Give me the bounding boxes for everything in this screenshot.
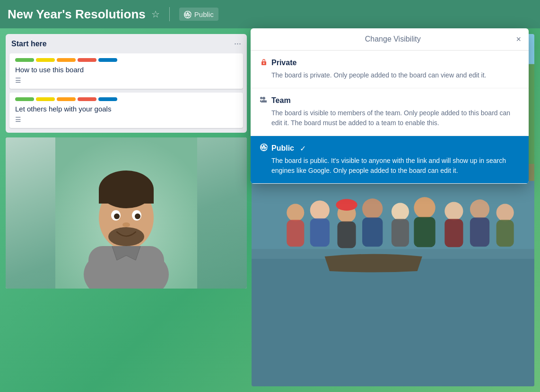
card-title-2: Let others help with your goals (15, 105, 237, 113)
public-option-desc: The board is public. It's visible to any… (260, 156, 519, 176)
label-yellow-2 (36, 97, 55, 101)
board-area: Start here ··· How to use this board ☰ (0, 28, 540, 392)
modal-body: Private The board is private. Only peopl… (251, 51, 529, 184)
private-option[interactable]: Private The board is private. Only peopl… (251, 51, 529, 88)
team-icon (260, 96, 268, 105)
lock-icon (260, 58, 268, 68)
svg-point-47 (287, 204, 304, 222)
svg-rect-65 (496, 220, 514, 247)
svg-point-54 (362, 198, 383, 219)
svg-point-60 (444, 202, 463, 220)
label-orange (57, 58, 76, 62)
label-orange-2 (57, 97, 76, 101)
svg-point-64 (496, 204, 514, 222)
label-yellow (36, 58, 55, 62)
team-option[interactable]: Team The board is visible to members of … (251, 88, 529, 136)
person-svg (55, 137, 197, 289)
svg-rect-6 (99, 189, 154, 204)
private-option-header: Private (260, 58, 519, 68)
label-blue (98, 58, 117, 62)
team-option-title: Team (271, 96, 291, 105)
svg-point-49 (310, 200, 330, 220)
svg-rect-55 (362, 217, 383, 247)
card-title: How to use this board (15, 66, 237, 74)
svg-rect-61 (444, 219, 463, 247)
svg-point-11 (122, 222, 130, 227)
start-here-list: Start here ··· How to use this board ☰ (6, 34, 247, 133)
label-blue-2 (98, 97, 117, 101)
card-description-icon: ☰ (15, 77, 237, 84)
svg-rect-50 (310, 219, 330, 247)
svg-rect-57 (392, 219, 409, 247)
svg-rect-63 (470, 217, 489, 247)
svg-rect-59 (414, 217, 435, 247)
svg-rect-48 (287, 220, 304, 247)
svg-point-10 (135, 213, 140, 219)
list-title: Start here (11, 40, 47, 48)
app-header: New Year's Resolutions ☆ Public (0, 0, 540, 28)
globe-icon-modal (260, 144, 268, 153)
team-option-desc: The board is visible to members of the t… (260, 108, 519, 128)
list-menu-icon[interactable]: ··· (234, 39, 241, 49)
modal-close-button[interactable]: × (516, 35, 521, 43)
public-label: Public (194, 10, 214, 18)
card-description-icon-2: ☰ (15, 116, 237, 123)
modal-header: Change Visibility × (251, 28, 529, 51)
label-green (15, 58, 34, 62)
svg-point-62 (470, 199, 489, 219)
public-option[interactable]: Public ✓ The board is public. It's visib… (251, 136, 529, 184)
svg-point-9 (114, 213, 120, 219)
left-column: Start here ··· How to use this board ☰ (6, 34, 247, 386)
board-title: New Year's Resolutions (8, 7, 146, 22)
card-labels-2 (15, 97, 237, 101)
modal-title: Change Visibility (270, 35, 516, 43)
svg-point-12 (108, 227, 144, 246)
list-header: Start here ··· (9, 39, 243, 49)
label-green-2 (15, 97, 34, 101)
private-option-title: Private (271, 59, 296, 67)
public-option-check: ✓ (300, 144, 306, 153)
svg-rect-53 (337, 222, 356, 248)
public-option-title: Public (271, 144, 294, 153)
team-option-header: Team (260, 96, 519, 105)
svg-point-52 (336, 199, 357, 211)
label-red-2 (78, 97, 96, 101)
globe-icon (184, 10, 192, 18)
visibility-button[interactable]: Public (179, 8, 218, 21)
card-how-to-use[interactable]: How to use this board ☰ (9, 53, 243, 89)
svg-point-56 (392, 203, 409, 221)
star-icon[interactable]: ☆ (151, 9, 160, 20)
card-labels (15, 58, 237, 62)
public-option-header: Public ✓ (260, 144, 519, 153)
change-visibility-modal: Change Visibility × Private The board is… (251, 28, 529, 184)
svg-point-58 (414, 197, 435, 218)
person-photo-card (6, 137, 247, 289)
private-option-desc: The board is private. Only people added … (260, 70, 519, 80)
card-let-others-help[interactable]: Let others help with your goals ☰ (9, 93, 243, 128)
person-photo (6, 137, 247, 289)
header-divider (169, 7, 170, 21)
label-red (78, 58, 96, 62)
